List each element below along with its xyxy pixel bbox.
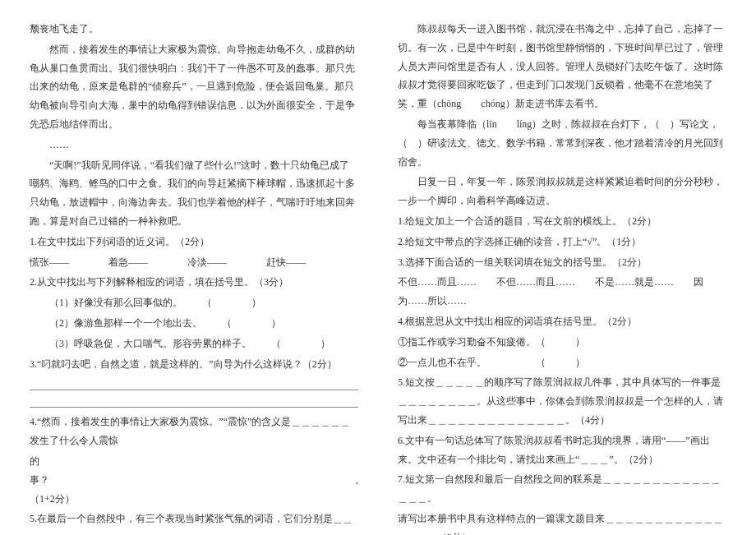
q1: 1.在文中找出下列词语的近义词。（2分） bbox=[30, 233, 358, 251]
answer-line-1[interactable] bbox=[30, 378, 358, 390]
answer-line-2[interactable] bbox=[30, 395, 358, 408]
page-two-column: 颓丧地飞走了。 然而，接着发生的事情让大家极为震惊。向导抱走幼龟不久，成群的幼龟… bbox=[30, 20, 726, 535]
r6: 6.文中有一句话总体写了陈景润叔叔看书时忘我的境界，请用“——”画出来。文中还有… bbox=[398, 431, 726, 469]
r7b: 请写出本册书中具有这样特点的一篇课文题目来＿＿＿＿＿＿＿＿＿＿＿＿＿＿＿。（3分… bbox=[398, 510, 726, 535]
para-1: 颓丧地飞走了。 bbox=[30, 20, 358, 39]
passage2-p3: 陈叔叔每天一进入图书馆，就沉浸在书海之中，忘掉了自己，忘掉了一切。有一次，已是中… bbox=[398, 20, 726, 113]
r3a: 3.选择下面合适的一组关联词填在短文的括号里。（2分） bbox=[398, 253, 726, 272]
r1: 1.给短文加上一个合适的题目，写在文前的横线上。（2分） bbox=[398, 212, 726, 231]
para-4: “天啊!”我听见同伴说，“看我们做了些什么!”这时，数十只幼龟已成了嘲鸫、海鸥、… bbox=[30, 156, 358, 231]
q2c: （3）呼吸急促，大口喘气。形容劳累的样子。 （ ） bbox=[30, 334, 358, 353]
left-column: 颓丧地飞走了。 然而，接着发生的事情让大家极为震惊。向导抱走幼龟不久，成群的幼龟… bbox=[30, 20, 358, 535]
q4b: 的事？ 。（1+2分） bbox=[30, 452, 358, 508]
r4: 4.根据意思从文中找出相应的词语填在括号里。（2分） bbox=[398, 312, 726, 331]
para-3-ellipsis: …… bbox=[30, 136, 358, 155]
para-2: 然而，接着发生的事情让大家极为震惊。向导抱走幼龟不久，成群的幼龟从巢口鱼贯而出。… bbox=[30, 40, 358, 134]
right-column: 陈叔叔每天一进入图书馆，就沉浸在书海之中，忘掉了自己，忘掉了一切。有一次，已是中… bbox=[398, 20, 726, 535]
q2: 2.从文中找出与下列解释相应的词语，填在括号里。（3分） bbox=[30, 273, 358, 292]
r4a: ①指工作或学习勤奋不知疲倦。（ ） bbox=[398, 333, 726, 352]
r5: 5.短文按＿＿＿＿＿的顺序写了陈景润叔叔几件事，其中具体写的一件事是＿＿＿＿＿＿… bbox=[398, 373, 726, 429]
passage2-p5: 日复一日，年复一年，陈景润叔叔就是这样紧紧追着时间的分分秒秒，一步一个脚印，向着… bbox=[398, 173, 726, 210]
q1-blanks: 慌张—— 着急—— 冷淡—— 赶快—— bbox=[30, 253, 358, 272]
q5a: 5.在最后一个自然段中，有三个表现当时紧张气氛的词语，它们分别是＿＿＿＿＿、＿＿… bbox=[30, 510, 358, 535]
q2b: （2）像游鱼那样一个一个地出去。 （ ） bbox=[30, 314, 358, 333]
r4b: ②一点儿也不在乎。 （ ） bbox=[398, 353, 726, 372]
passage2-p4: 每当夜幕降临（līn líng）之时，陈叔叔在台灯下，（ ）写论文，（ ）研读法… bbox=[398, 115, 726, 171]
q4a: 4.“然而，接着发生的事情让大家极为震惊。”“震惊”的含义是＿＿＿＿＿＿发生了什… bbox=[30, 413, 358, 450]
r3b: 不但……而且…… 不但……而且…… 不是……就是…… 因为……所以…… bbox=[398, 273, 726, 311]
r7a: 7.短文第一自然段和最后一自然段之间的联系是＿＿＿＿＿＿＿＿＿＿＿＿＿＿＿。 bbox=[398, 470, 726, 508]
q2a: （1）好像没有那么回事似的。 （ ） bbox=[30, 293, 358, 312]
r2: 2.给短文中带点的字选择正确的读音，打上“√”。（1分） bbox=[398, 233, 726, 251]
q3: 3.“叼就叼去吧，自然之道，就是这样的。”向导为什么这样说？（2分） bbox=[30, 355, 358, 374]
